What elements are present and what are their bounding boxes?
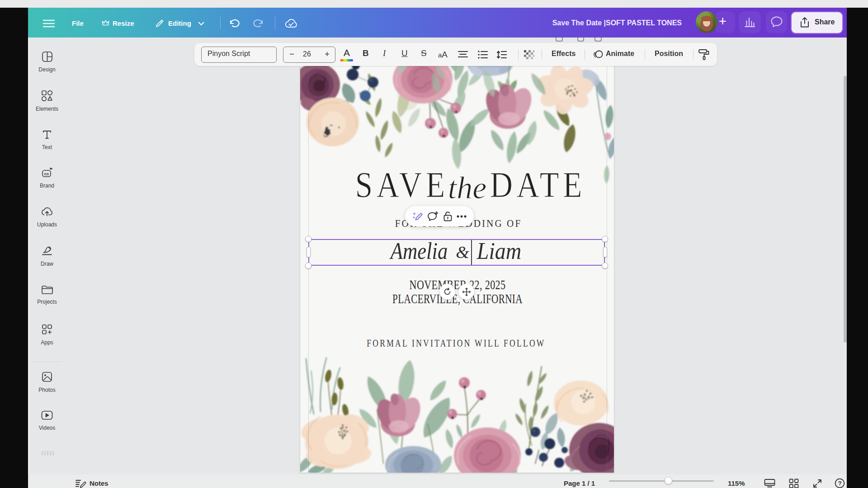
svg-text:co: co <box>44 172 49 176</box>
svg-text:?: ? <box>838 480 842 487</box>
